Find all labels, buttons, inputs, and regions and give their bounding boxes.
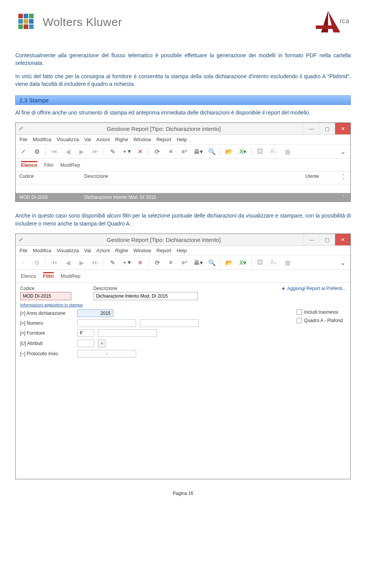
- add-icon[interactable]: ＋▾: [121, 146, 132, 157]
- menu-modifica[interactable]: Modifica: [33, 248, 51, 253]
- prev-record-icon[interactable]: ◀: [63, 146, 73, 157]
- criteria-protocollo: [~] Protocollo invio: [20, 350, 346, 358]
- menu-azioni[interactable]: Azioni: [96, 137, 110, 142]
- menu-vai[interactable]: Vai: [84, 137, 91, 142]
- checkbox-label: Includi trasmessi: [304, 309, 338, 315]
- tab-filtri[interactable]: Filtri: [43, 272, 54, 280]
- picture-icon[interactable]: ▦: [282, 146, 293, 157]
- criteria-fornitore: [=] Fornitore: [20, 329, 346, 337]
- gear-icon[interactable]: ⚙: [32, 257, 42, 268]
- tab-elenco[interactable]: Elenco: [21, 272, 36, 280]
- col-codice[interactable]: Codice: [19, 174, 84, 182]
- numero-input-to[interactable]: [140, 319, 199, 327]
- prev-record-icon[interactable]: ◀: [63, 257, 73, 268]
- minimize-button[interactable]: —: [303, 123, 319, 134]
- menu-report[interactable]: Report: [156, 137, 171, 142]
- menu-help[interactable]: Help: [177, 137, 187, 142]
- col-utente[interactable]: Utente: [305, 174, 340, 182]
- toolbar: ⟋ ⚙ ⏮ ◀ ▶ ⏭ ✎ ＋▾ ✕ ⟳ ≡ ≡ˣ 🖶▾ 🔍 📂 X▾ 🖼 A↓…: [16, 145, 350, 159]
- sort-icon[interactable]: A↓: [268, 146, 279, 157]
- fornitore-input[interactable]: [77, 329, 94, 337]
- add-icon[interactable]: ＋▾: [121, 257, 132, 268]
- chevron-down-icon[interactable]: ▾: [98, 339, 106, 348]
- table-row-selected[interactable]: MOD DI-2015 Dichiarazione Intento Mod. D…: [16, 193, 350, 201]
- maximize-button[interactable]: ▢: [319, 123, 335, 134]
- close-button[interactable]: ✕: [335, 123, 350, 134]
- print-icon[interactable]: 🖶▾: [193, 257, 204, 268]
- excel-icon[interactable]: X▾: [238, 257, 248, 268]
- scroll-row-icon[interactable]: ˄: [340, 195, 347, 200]
- fornitore-input-2[interactable]: [98, 329, 157, 337]
- col-descrizione[interactable]: Descrizione: [84, 174, 305, 182]
- next-record-icon[interactable]: ▶: [76, 146, 87, 157]
- protocollo-input[interactable]: [77, 350, 136, 358]
- checkbox-quadro-a[interactable]: Quadro A - Plafond: [297, 318, 343, 323]
- last-record-icon[interactable]: ⏭: [90, 146, 101, 157]
- table-row[interactable]: [16, 184, 350, 193]
- menu-righe[interactable]: Righe: [115, 248, 128, 253]
- filter-icon[interactable]: ≡: [165, 146, 176, 157]
- excel-icon[interactable]: X▾: [238, 146, 248, 157]
- gear-icon[interactable]: ⚙: [32, 146, 42, 157]
- scroll-up-icon[interactable]: ˄˅: [340, 174, 347, 182]
- maximize-button[interactable]: ▢: [319, 234, 335, 245]
- sort-icon[interactable]: A↓: [268, 257, 279, 268]
- attributi-input[interactable]: [77, 340, 94, 347]
- last-record-icon[interactable]: ⏭: [90, 257, 101, 268]
- dropdown-toggle-icon[interactable]: ⌄: [337, 257, 348, 268]
- open-folder-icon[interactable]: 📂: [224, 146, 234, 157]
- delete-icon[interactable]: ✕: [135, 146, 145, 157]
- delete-icon[interactable]: ✕: [135, 257, 145, 268]
- menu-vai[interactable]: Vai: [84, 248, 91, 253]
- svg-rect-1: [24, 14, 28, 18]
- clear-filter-icon[interactable]: ≡ˣ: [179, 146, 190, 157]
- next-record-icon[interactable]: ▶: [76, 257, 87, 268]
- menu-window[interactable]: Window: [133, 248, 151, 253]
- menu-righe[interactable]: Righe: [115, 137, 128, 142]
- menu-file[interactable]: File: [19, 137, 27, 142]
- checkbox-includi-trasmessi[interactable]: Includi trasmessi: [297, 309, 343, 315]
- dropdown-toggle-icon[interactable]: ⌄: [337, 146, 348, 157]
- descrizione-input[interactable]: [93, 292, 198, 300]
- edit-icon[interactable]: ✎: [107, 257, 118, 268]
- tab-filtri[interactable]: Filtri: [44, 161, 54, 169]
- search-icon[interactable]: 🔍: [207, 146, 217, 157]
- fornitore-label: [=] Fornitore: [20, 330, 74, 336]
- first-record-icon[interactable]: ⏮: [49, 146, 59, 157]
- print-icon[interactable]: 🖶▾: [193, 146, 204, 157]
- filter-icon[interactable]: ≡: [165, 257, 176, 268]
- menu-help[interactable]: Help: [177, 248, 187, 253]
- first-record-icon[interactable]: ⏮: [49, 257, 59, 268]
- svg-rect-11: [316, 26, 335, 29]
- app-action-icon[interactable]: ⟋: [18, 146, 29, 157]
- open-folder-icon[interactable]: 📂: [224, 257, 234, 268]
- numero-input-from[interactable]: [77, 319, 136, 327]
- clear-filter-icon[interactable]: ≡ˣ: [179, 257, 190, 268]
- image-icon[interactable]: 🖼: [255, 257, 265, 268]
- anno-input[interactable]: [77, 309, 113, 317]
- image-icon[interactable]: 🖼: [255, 146, 265, 157]
- refresh-icon[interactable]: ⟳: [152, 257, 162, 268]
- search-icon[interactable]: 🔍: [207, 257, 217, 268]
- menu-file[interactable]: File: [19, 248, 27, 253]
- svg-text:rca: rca: [340, 17, 350, 25]
- menu-window[interactable]: Window: [133, 137, 151, 142]
- menu-modifica[interactable]: Modifica: [33, 137, 51, 142]
- favorites-link[interactable]: ★ Aggiungi Report ai Preferiti...: [281, 286, 346, 291]
- picture-icon[interactable]: ▦: [282, 257, 293, 268]
- minimize-button[interactable]: —: [303, 234, 319, 245]
- tab-modirep[interactable]: ModiRep: [60, 161, 80, 169]
- app-action-icon[interactable]: ⟋: [18, 257, 29, 268]
- menu-visualizza[interactable]: Visualizza: [56, 248, 79, 253]
- refresh-icon[interactable]: ⟳: [152, 146, 162, 157]
- codice-input[interactable]: [20, 292, 71, 300]
- window-title: Gestione Report [Tipo: Dichiarazione int…: [107, 237, 221, 243]
- tab-elenco[interactable]: Elenco: [21, 161, 37, 169]
- menu-azioni[interactable]: Azioni: [96, 248, 110, 253]
- menu-visualizza[interactable]: Visualizza: [56, 137, 79, 142]
- close-button[interactable]: ✕: [335, 234, 350, 245]
- tab-modirep[interactable]: ModiRep: [61, 272, 80, 280]
- menu-report[interactable]: Report: [156, 248, 171, 253]
- info-link[interactable]: Informazioni aggiuntive in stampa: [20, 303, 83, 307]
- edit-icon[interactable]: ✎: [107, 146, 118, 157]
